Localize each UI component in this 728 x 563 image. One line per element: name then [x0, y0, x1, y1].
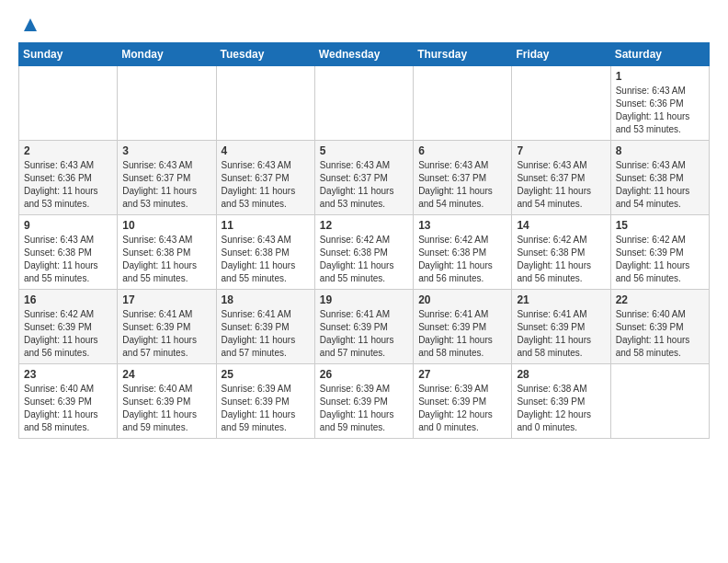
calendar-day-cell: 6Sunrise: 6:43 AM Sunset: 6:37 PM Daylig…	[414, 141, 512, 215]
calendar-day-cell: 12Sunrise: 6:42 AM Sunset: 6:38 PM Dayli…	[314, 215, 413, 290]
calendar-table: SundayMondayTuesdayWednesdayThursdayFrid…	[18, 42, 710, 439]
calendar-day-cell	[414, 66, 512, 141]
day-number: 6	[418, 144, 506, 157]
day-number: 20	[418, 293, 506, 306]
day-info: Sunrise: 6:43 AM Sunset: 6:36 PM Dayligh…	[24, 159, 112, 211]
logo-icon	[20, 15, 40, 35]
day-number: 5	[320, 144, 408, 157]
day-info: Sunrise: 6:41 AM Sunset: 6:39 PM Dayligh…	[418, 308, 506, 360]
calendar-day-cell: 1Sunrise: 6:43 AM Sunset: 6:36 PM Daylig…	[610, 66, 709, 141]
day-info: Sunrise: 6:39 AM Sunset: 6:39 PM Dayligh…	[320, 383, 408, 434]
day-number: 11	[222, 219, 310, 232]
day-info: Sunrise: 6:40 AM Sunset: 6:39 PM Dayligh…	[24, 383, 112, 434]
day-info: Sunrise: 6:43 AM Sunset: 6:37 PM Dayligh…	[517, 159, 605, 211]
day-number: 23	[24, 368, 112, 381]
header	[18, 15, 710, 35]
day-number: 8	[616, 144, 704, 157]
day-info: Sunrise: 6:43 AM Sunset: 6:38 PM Dayligh…	[222, 234, 310, 285]
calendar-day-cell: 23Sunrise: 6:40 AM Sunset: 6:39 PM Dayli…	[19, 364, 118, 439]
page: SundayMondayTuesdayWednesdayThursdayFrid…	[0, 0, 728, 454]
calendar-day-cell	[610, 364, 709, 439]
day-info: Sunrise: 6:43 AM Sunset: 6:38 PM Dayligh…	[616, 159, 704, 211]
day-info: Sunrise: 6:41 AM Sunset: 6:39 PM Dayligh…	[320, 308, 408, 360]
calendar-day-cell: 13Sunrise: 6:42 AM Sunset: 6:38 PM Dayli…	[414, 215, 512, 290]
calendar-header-cell: Saturday	[610, 43, 709, 66]
day-info: Sunrise: 6:42 AM Sunset: 6:38 PM Dayligh…	[320, 234, 408, 285]
day-info: Sunrise: 6:43 AM Sunset: 6:37 PM Dayligh…	[320, 159, 408, 211]
calendar-body: 1Sunrise: 6:43 AM Sunset: 6:36 PM Daylig…	[19, 66, 710, 439]
calendar-day-cell: 24Sunrise: 6:40 AM Sunset: 6:39 PM Dayli…	[118, 364, 216, 439]
day-info: Sunrise: 6:41 AM Sunset: 6:39 PM Dayligh…	[222, 308, 310, 360]
calendar-week-row: 16Sunrise: 6:42 AM Sunset: 6:39 PM Dayli…	[19, 290, 710, 364]
calendar-header-cell: Thursday	[414, 43, 512, 66]
calendar-week-row: 2Sunrise: 6:43 AM Sunset: 6:36 PM Daylig…	[19, 141, 710, 215]
day-number: 14	[517, 219, 605, 232]
calendar-day-cell: 14Sunrise: 6:42 AM Sunset: 6:38 PM Dayli…	[512, 215, 610, 290]
day-number: 24	[122, 368, 210, 381]
day-number: 1	[616, 70, 704, 83]
day-info: Sunrise: 6:40 AM Sunset: 6:39 PM Dayligh…	[616, 308, 704, 360]
calendar-day-cell	[19, 66, 118, 141]
calendar-day-cell: 26Sunrise: 6:39 AM Sunset: 6:39 PM Dayli…	[314, 364, 413, 439]
calendar-day-cell	[216, 66, 314, 141]
day-number: 15	[616, 219, 704, 232]
day-info: Sunrise: 6:43 AM Sunset: 6:38 PM Dayligh…	[24, 234, 112, 285]
calendar-day-cell: 25Sunrise: 6:39 AM Sunset: 6:39 PM Dayli…	[216, 364, 314, 439]
day-number: 18	[222, 293, 310, 306]
calendar-day-cell: 11Sunrise: 6:43 AM Sunset: 6:38 PM Dayli…	[216, 215, 314, 290]
calendar-day-cell: 10Sunrise: 6:43 AM Sunset: 6:38 PM Dayli…	[118, 215, 216, 290]
day-number: 26	[320, 368, 408, 381]
day-info: Sunrise: 6:43 AM Sunset: 6:37 PM Dayligh…	[418, 159, 506, 211]
day-info: Sunrise: 6:43 AM Sunset: 6:37 PM Dayligh…	[122, 159, 210, 211]
calendar-day-cell: 8Sunrise: 6:43 AM Sunset: 6:38 PM Daylig…	[610, 141, 709, 215]
calendar-header-cell: Monday	[118, 43, 216, 66]
day-info: Sunrise: 6:43 AM Sunset: 6:37 PM Dayligh…	[222, 159, 310, 211]
calendar-day-cell	[314, 66, 413, 141]
day-info: Sunrise: 6:40 AM Sunset: 6:39 PM Dayligh…	[122, 383, 210, 434]
calendar-day-cell: 15Sunrise: 6:42 AM Sunset: 6:39 PM Dayli…	[610, 215, 709, 290]
day-number: 4	[222, 144, 310, 157]
calendar-day-cell: 16Sunrise: 6:42 AM Sunset: 6:39 PM Dayli…	[19, 290, 118, 364]
day-number: 2	[24, 144, 112, 157]
day-number: 25	[222, 368, 310, 381]
calendar-header-cell: Sunday	[19, 43, 118, 66]
logo-text	[18, 15, 40, 35]
svg-marker-0	[24, 18, 37, 31]
day-number: 16	[24, 293, 112, 306]
day-info: Sunrise: 6:42 AM Sunset: 6:38 PM Dayligh…	[418, 234, 506, 285]
day-number: 10	[122, 219, 210, 232]
day-number: 22	[616, 293, 704, 306]
calendar-header-row: SundayMondayTuesdayWednesdayThursdayFrid…	[19, 43, 710, 66]
calendar-day-cell: 7Sunrise: 6:43 AM Sunset: 6:37 PM Daylig…	[512, 141, 610, 215]
day-number: 12	[320, 219, 408, 232]
day-info: Sunrise: 6:43 AM Sunset: 6:38 PM Dayligh…	[122, 234, 210, 285]
day-info: Sunrise: 6:39 AM Sunset: 6:39 PM Dayligh…	[222, 383, 310, 434]
day-info: Sunrise: 6:42 AM Sunset: 6:39 PM Dayligh…	[616, 234, 704, 285]
calendar-day-cell: 21Sunrise: 6:41 AM Sunset: 6:39 PM Dayli…	[512, 290, 610, 364]
day-number: 17	[122, 293, 210, 306]
day-number: 7	[517, 144, 605, 157]
day-number: 19	[320, 293, 408, 306]
calendar-day-cell	[118, 66, 216, 141]
day-info: Sunrise: 6:43 AM Sunset: 6:36 PM Dayligh…	[616, 85, 704, 136]
day-number: 28	[517, 368, 605, 381]
calendar-day-cell: 20Sunrise: 6:41 AM Sunset: 6:39 PM Dayli…	[414, 290, 512, 364]
calendar-day-cell: 18Sunrise: 6:41 AM Sunset: 6:39 PM Dayli…	[216, 290, 314, 364]
calendar-header-cell: Wednesday	[314, 43, 413, 66]
calendar-day-cell: 9Sunrise: 6:43 AM Sunset: 6:38 PM Daylig…	[19, 215, 118, 290]
day-info: Sunrise: 6:42 AM Sunset: 6:39 PM Dayligh…	[24, 308, 112, 360]
day-number: 13	[418, 219, 506, 232]
day-info: Sunrise: 6:41 AM Sunset: 6:39 PM Dayligh…	[517, 308, 605, 360]
calendar-header-cell: Tuesday	[216, 43, 314, 66]
day-info: Sunrise: 6:41 AM Sunset: 6:39 PM Dayligh…	[122, 308, 210, 360]
day-number: 27	[418, 368, 506, 381]
day-info: Sunrise: 6:39 AM Sunset: 6:39 PM Dayligh…	[418, 383, 506, 434]
calendar-day-cell: 3Sunrise: 6:43 AM Sunset: 6:37 PM Daylig…	[118, 141, 216, 215]
calendar-day-cell: 4Sunrise: 6:43 AM Sunset: 6:37 PM Daylig…	[216, 141, 314, 215]
calendar-week-row: 1Sunrise: 6:43 AM Sunset: 6:36 PM Daylig…	[19, 66, 710, 141]
day-number: 3	[122, 144, 210, 157]
calendar-day-cell: 2Sunrise: 6:43 AM Sunset: 6:36 PM Daylig…	[19, 141, 118, 215]
calendar-day-cell: 22Sunrise: 6:40 AM Sunset: 6:39 PM Dayli…	[610, 290, 709, 364]
day-number: 9	[24, 219, 112, 232]
calendar-day-cell: 27Sunrise: 6:39 AM Sunset: 6:39 PM Dayli…	[414, 364, 512, 439]
